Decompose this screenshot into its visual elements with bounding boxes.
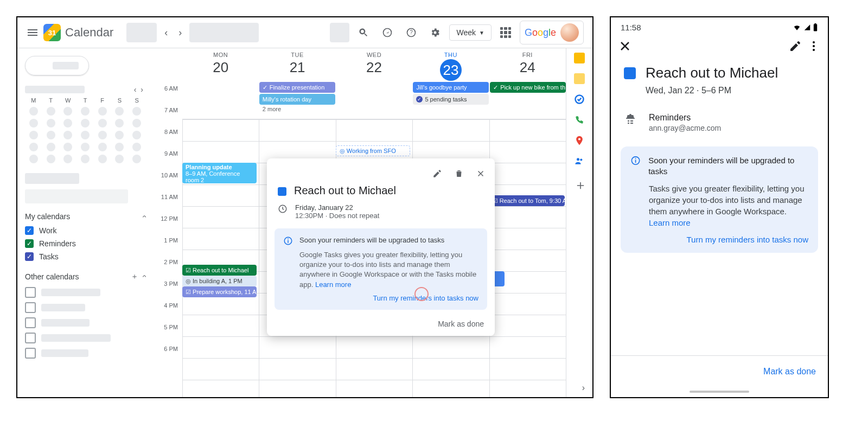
svg-rect-9	[288, 240, 289, 243]
maps-icon[interactable]	[574, 135, 585, 146]
calendar-toggle[interactable]	[25, 285, 145, 300]
account-chip[interactable]: Google	[520, 21, 584, 44]
insights-icon[interactable]	[378, 23, 397, 42]
header-placeholder	[330, 23, 349, 42]
svg-point-14	[813, 45, 815, 47]
my-calendars-header[interactable]: My calendars›	[25, 212, 145, 221]
event-chip[interactable]: ◎ In building A, 1 PM	[182, 276, 257, 286]
mini-prev-month[interactable]: ‹	[132, 83, 139, 96]
learn-more-link[interactable]: Learn more	[649, 218, 691, 227]
info-icon	[630, 155, 641, 166]
collapse-panel-icon[interactable]: ›	[582, 383, 585, 393]
google-apps-icon[interactable]	[496, 23, 515, 42]
svg-point-5	[577, 158, 579, 161]
signal-icon	[803, 24, 812, 31]
app-name: Calendar	[65, 25, 113, 40]
keep-icon[interactable]	[574, 53, 585, 63]
mobile-event-detail: 11:58 Reach out to Michael Wed, Jan 22 ·…	[610, 16, 829, 398]
allday-event[interactable]: Milly's rotation day	[259, 94, 335, 105]
event-title: Reach out to Michael	[646, 65, 778, 81]
event-chip[interactable]: ☑ Prepare workshop, 11 AM	[182, 286, 257, 297]
close-icon[interactable]	[618, 40, 631, 53]
mini-next-month[interactable]: ›	[138, 83, 145, 96]
time-insights-bar[interactable]	[25, 189, 128, 203]
chevron-down-icon: ›	[140, 275, 149, 278]
clock-icon	[278, 204, 288, 214]
mini-calendar[interactable]	[25, 107, 145, 163]
calendar-toggle[interactable]	[25, 315, 145, 330]
allday-event[interactable]: Jill's goodbye party	[413, 82, 489, 93]
close-icon[interactable]	[472, 165, 489, 182]
home-indicator	[690, 391, 749, 393]
mark-as-done-button[interactable]: Mark as done	[267, 313, 495, 333]
next-week-button[interactable]: ›	[175, 27, 185, 39]
allday-event[interactable]: ✓ Finalize presentation	[259, 82, 335, 93]
reminder-icon	[624, 113, 637, 126]
edit-icon[interactable]	[789, 40, 802, 53]
event-chip[interactable]: ☑ Reach out to Tom, 9:30 A	[489, 195, 565, 206]
svg-rect-10	[288, 239, 289, 240]
other-calendars-header[interactable]: Other calendars ＋›	[25, 272, 145, 282]
create-button[interactable]: ＋	[25, 56, 89, 75]
calendar-toggle[interactable]	[25, 300, 145, 315]
event-chip[interactable]: ☑ Reach out to Michael	[182, 265, 257, 276]
search-people[interactable]	[25, 173, 79, 184]
event-chip[interactable]: ◎ Working from SFO	[336, 145, 410, 156]
status-time: 11:58	[621, 23, 641, 32]
info-title: Soon your reminders will be upgraded to …	[299, 236, 444, 246]
main-menu-icon[interactable]	[26, 26, 39, 39]
svg-point-15	[813, 49, 815, 51]
calendar-toggle[interactable]	[25, 346, 145, 361]
svg-rect-11	[814, 24, 817, 31]
help-icon[interactable]: ?	[401, 23, 421, 42]
battery-icon	[813, 23, 818, 32]
people-icon[interactable]	[574, 156, 585, 167]
delete-icon[interactable]	[450, 165, 468, 182]
calendar-toggle[interactable]: ✓Tasks	[25, 250, 145, 263]
svg-rect-17	[635, 159, 636, 163]
info-body: Tasks give you greater flexibility, lett…	[649, 184, 805, 216]
mark-as-done-button[interactable]: Mark as done	[763, 367, 816, 376]
settings-icon[interactable]	[425, 23, 445, 42]
event-subtitle: Wed, Jan 22 · 5–6 PM	[646, 86, 815, 95]
svg-point-4	[578, 138, 580, 140]
learn-more-link[interactable]: Learn more	[315, 280, 351, 289]
prev-week-button[interactable]: ‹	[161, 27, 171, 39]
desktop-calendar-window: 31 Calendar ‹ › ? Week▼ Google ＋	[16, 16, 593, 398]
more-icon[interactable]	[807, 40, 820, 53]
edit-icon[interactable]	[429, 165, 446, 182]
allday-event[interactable]: ✓ 5 pending tasks	[413, 94, 489, 105]
google-logo: Google	[525, 27, 556, 39]
contacts-icon[interactable]	[574, 114, 585, 125]
status-bar: 11:58	[611, 17, 828, 34]
event-color-swatch	[624, 67, 636, 79]
calendar-toggle[interactable]: ✓Work	[25, 224, 145, 237]
popover-date: Friday, January 22	[295, 203, 379, 212]
popover-subline: 12:30PM · Does not repeat	[295, 212, 379, 220]
reminders-label: Reminders	[649, 113, 721, 123]
today-button[interactable]	[126, 23, 157, 42]
sidebar: ＋ ‹› MTWTFSS My calendars› ✓Work✓Reminde…	[17, 48, 153, 397]
addons-icon[interactable]: ＋	[574, 176, 585, 187]
upgrade-info-box: Soon your reminders will be upgraded to …	[621, 146, 818, 253]
add-calendar-icon[interactable]: ＋	[131, 272, 138, 280]
side-panel: ＋ ›	[566, 48, 592, 397]
tasks-icon[interactable]	[574, 94, 585, 105]
notes-icon[interactable]	[574, 73, 585, 84]
event-block[interactable]: Planning update8–9 AM, Conference room 2	[182, 163, 257, 183]
allday-event[interactable]: ✓ Pick up new bike from th	[490, 82, 566, 93]
svg-point-0	[384, 29, 392, 37]
avatar[interactable]	[560, 23, 579, 42]
calendar-toggle[interactable]: ✓Reminders	[25, 237, 145, 250]
turn-into-tasks-link[interactable]: Turn my reminders into tasks now	[686, 235, 808, 244]
svg-rect-18	[635, 158, 636, 159]
calendar-toggle[interactable]	[25, 330, 145, 346]
cursor-indicator	[414, 287, 429, 301]
svg-rect-12	[814, 23, 816, 24]
event-popover: Reach out to Michael Friday, January 22 …	[267, 158, 495, 336]
svg-point-6	[580, 158, 582, 161]
svg-text:?: ?	[410, 29, 413, 35]
search-icon[interactable]	[354, 23, 373, 42]
view-switcher[interactable]: Week▼	[449, 24, 491, 41]
svg-point-13	[813, 41, 815, 43]
